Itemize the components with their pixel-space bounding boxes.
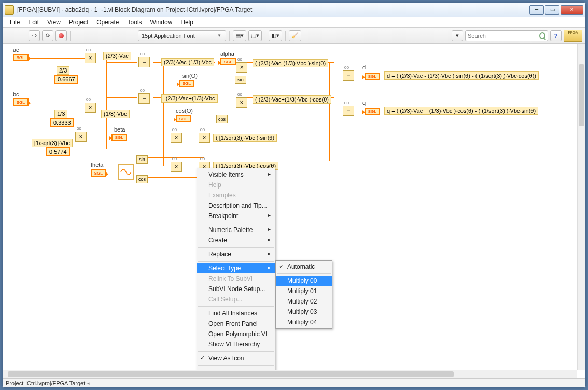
multiply-node[interactable]: × (171, 133, 182, 143)
ctx-find-all-instances[interactable]: Find All Instances (197, 308, 275, 319)
maximize-button[interactable]: ▭ (545, 5, 559, 15)
subctx-multiply-01[interactable]: Multiply 01 (276, 286, 332, 296)
menu-window[interactable]: Window (146, 18, 177, 27)
subtract-node[interactable]: − (138, 93, 150, 104)
run-button[interactable]: ⇨ (29, 30, 40, 41)
menu-help[interactable]: Help (176, 18, 198, 27)
subtract-node[interactable]: − (343, 70, 354, 81)
font-selector[interactable]: 15pt Application Font ▼ (138, 30, 226, 41)
app-window: [FPGA][SUBVI] - acbc2dq - 1_-1.vi Block … (2, 2, 586, 388)
multiply-node[interactable]: × (75, 132, 87, 142)
menu-view[interactable]: View (43, 18, 65, 27)
wire (106, 62, 137, 63)
close-button[interactable]: ✕ (561, 5, 583, 15)
multiply-node[interactable]: × (171, 162, 182, 172)
reorder-button[interactable]: ◧▾ (269, 30, 282, 41)
indicator-d[interactable]: SGL (365, 73, 380, 80)
context-help-button[interactable]: ? (550, 30, 562, 41)
sin-tag: sin (235, 76, 246, 84)
indicator-cosO[interactable]: SGL (176, 115, 191, 122)
cleanup-button[interactable]: 🧹 (289, 30, 301, 41)
multiply-node[interactable]: × (85, 53, 96, 63)
label-q: q (362, 99, 366, 106)
vertical-scrollbar[interactable] (577, 44, 585, 370)
label-bc: bc (13, 91, 19, 97)
const-one-third-val[interactable]: 0.3333 (50, 118, 74, 127)
app-icon (5, 5, 14, 15)
multiply-node[interactable]: × (236, 62, 247, 73)
vi-icon[interactable]: FPGA (564, 30, 582, 42)
subctx-multiply-03[interactable]: Multiply 03 (276, 307, 332, 317)
ctx-visible-items[interactable]: Visible Items (197, 169, 275, 180)
wire (106, 97, 137, 98)
label-cosO: cos(O) (176, 108, 193, 114)
search-input[interactable] (465, 30, 548, 41)
label-vbc13: (1/3)·Vbc (101, 110, 130, 118)
subctx-multiply-04[interactable]: Multiply 04 (276, 317, 332, 327)
ctx-show-vi-hierarchy[interactable]: Show VI Hierarchy (197, 339, 275, 350)
menu-file[interactable]: File (6, 18, 24, 27)
ctx-subvi-node-setup[interactable]: SubVI Node Setup... (197, 284, 275, 294)
align-button[interactable]: ▤▾ (233, 30, 246, 41)
ctx-numeric-palette[interactable]: Numeric Palette (197, 225, 275, 235)
ctx-create[interactable]: Create (197, 235, 275, 245)
search-icon (539, 32, 545, 39)
sincos-subvi[interactable] (118, 164, 134, 180)
expr1: ( (2/3)·Vac-(1/3)·Vbc )·sin(θ) (253, 59, 328, 67)
label-alpha-expr: (2/3)·Vac-(1/3)·Vbc (161, 58, 214, 66)
scroll-thumb[interactable] (8, 371, 454, 377)
subctx-multiply-02[interactable]: Multiply 02 (276, 296, 332, 307)
ctx-help: Help (197, 180, 275, 190)
subtract-node[interactable]: − (138, 57, 150, 67)
label-beta: beta (114, 126, 125, 133)
minimize-button[interactable]: ━ (529, 5, 544, 15)
ctx-description-tip[interactable]: Description and Tip... (197, 200, 275, 211)
cos-output: cos (136, 175, 148, 183)
terminal-bc[interactable]: SGL (13, 98, 29, 106)
toolbar: ⇨ ⟳ 15pt Application Font ▼ ▤▾ ⬚▾ ◧▾ 🧹 ▾… (3, 28, 585, 44)
subtract-node[interactable]: − (343, 106, 354, 116)
chevron-down-icon: ▼ (215, 33, 223, 38)
const-two-thirds-val[interactable]: 0.6667 (54, 75, 78, 84)
ctx-open-front-panel[interactable]: Open Front Panel (197, 319, 275, 329)
multiply-node[interactable]: × (236, 97, 247, 108)
ctx-view-as-icon[interactable]: View As Icon (197, 353, 275, 364)
terminal-theta[interactable]: SGL (91, 169, 106, 177)
wave-icon (120, 166, 132, 178)
ctx-separator (198, 223, 274, 223)
indicator-beta[interactable]: SGL (111, 134, 127, 141)
menu-tools[interactable]: Tools (123, 18, 146, 27)
wire (163, 62, 164, 166)
ctx-breakpoint[interactable]: Breakpoint (197, 211, 275, 221)
multiply-node[interactable]: × (199, 133, 210, 143)
ctx-open-polymorphic-vi[interactable]: Open Polymorphic VI (197, 329, 275, 339)
subctx-multiply-00[interactable]: Multiply 00 (276, 276, 332, 286)
run-continuous-button[interactable]: ⟳ (42, 30, 53, 41)
context-menu[interactable]: Visible Items Help Examples Description … (197, 168, 275, 378)
multiply-node[interactable]: × (85, 103, 96, 113)
const-two-thirds-label: 2/3 (57, 66, 69, 75)
menu-operate[interactable]: Operate (92, 18, 123, 27)
menu-project[interactable]: Project (65, 18, 92, 27)
const-invsqrt3-val[interactable]: 0.5774 (46, 147, 70, 156)
titlebar[interactable]: [FPGA][SUBVI] - acbc2dq - 1_-1.vi Block … (3, 3, 585, 17)
ctx-replace[interactable]: Replace (197, 249, 275, 259)
sin-output: sin (136, 155, 148, 164)
scroll-thumb[interactable] (579, 64, 584, 126)
search-history-button[interactable]: ▾ (452, 30, 463, 41)
indicator-sinO[interactable]: SGL (179, 80, 194, 87)
abort-button[interactable] (55, 30, 67, 41)
horizontal-scrollbar[interactable] (3, 370, 577, 378)
block-diagram-canvas[interactable]: ac SGL bc SGL 2/3 0.6667 1/3 0.3333 [1/s… (3, 44, 585, 378)
ctx-separator (277, 273, 331, 274)
menu-edit[interactable]: Edit (24, 18, 43, 27)
context-submenu-select-type[interactable]: Automatic Multiply 00 Multiply 01 Multip… (275, 260, 332, 329)
indicator-alpha[interactable]: SGL (220, 58, 236, 65)
terminal-ac[interactable]: SGL (13, 54, 29, 61)
search-field[interactable] (468, 33, 539, 39)
distribute-button[interactable]: ⬚▾ (248, 30, 262, 41)
status-menu-icon[interactable]: ◂ (87, 381, 90, 386)
subctx-automatic[interactable]: Automatic (276, 262, 332, 272)
indicator-q[interactable]: SGL (365, 108, 380, 115)
ctx-select-type[interactable]: Select Type (197, 263, 275, 273)
